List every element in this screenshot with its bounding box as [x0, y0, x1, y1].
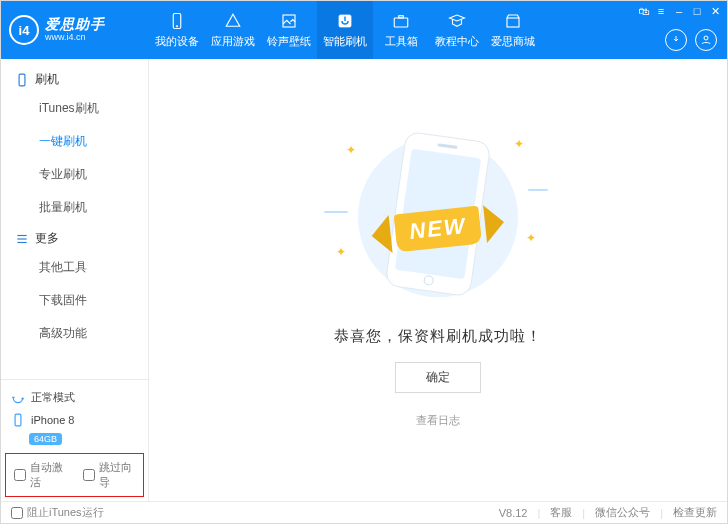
- block-itunes-checkbox[interactable]: [11, 507, 23, 519]
- sidebar-item-download-firmware[interactable]: 下载固件: [1, 284, 148, 317]
- menu-icon[interactable]: ≡: [653, 3, 669, 19]
- svg-rect-8: [19, 74, 25, 86]
- nav-ringtones[interactable]: 铃声壁纸: [261, 1, 317, 59]
- version-label: V8.12: [499, 507, 528, 519]
- flash-icon: [335, 11, 355, 31]
- nav-toolbox[interactable]: 工具箱: [373, 1, 429, 59]
- skip-guide-checkbox[interactable]: 跳过向导: [83, 460, 136, 490]
- success-message: 恭喜您，保资料刷机成功啦！: [334, 327, 542, 346]
- brand-url: www.i4.cn: [45, 33, 105, 43]
- logo-icon: i4: [9, 15, 39, 45]
- device-label: iPhone 8: [31, 414, 74, 426]
- close-button[interactable]: ✕: [707, 3, 723, 19]
- nav-apps[interactable]: 应用游戏: [205, 1, 261, 59]
- sidebar-item-batch-flash[interactable]: 批量刷机: [1, 191, 148, 224]
- sidebar-item-itunes-flash[interactable]: iTunes刷机: [1, 92, 148, 125]
- success-illustration: ✦✦✦✦ NEW: [318, 119, 558, 309]
- brand-title: 爱思助手: [45, 17, 105, 32]
- sidebar-group-flash[interactable]: 刷机: [1, 65, 148, 92]
- nav-label: 应用游戏: [211, 34, 255, 49]
- mall-icon: [503, 11, 523, 31]
- nav-label: 爱思商城: [491, 34, 535, 49]
- svg-rect-2: [283, 15, 295, 27]
- sidebar-group-label: 更多: [35, 230, 59, 247]
- toolbox-icon: [391, 11, 411, 31]
- download-icon[interactable]: [665, 29, 687, 51]
- sidebar-group-more[interactable]: 更多: [1, 224, 148, 251]
- nav-flash[interactable]: 智能刷机: [317, 1, 373, 59]
- auto-activate-input[interactable]: [14, 469, 26, 481]
- svg-rect-6: [507, 18, 519, 27]
- svg-rect-5: [399, 16, 404, 18]
- nav-label: 我的设备: [155, 34, 199, 49]
- sidebar-item-pro-flash[interactable]: 专业刷机: [1, 158, 148, 191]
- sidebar-item-other-tools[interactable]: 其他工具: [1, 251, 148, 284]
- storage-badge: 64GB: [29, 433, 62, 445]
- nav-label: 智能刷机: [323, 34, 367, 49]
- ok-button[interactable]: 确定: [395, 362, 481, 393]
- device-name[interactable]: iPhone 8: [11, 409, 138, 431]
- nav-label: 铃声壁纸: [267, 34, 311, 49]
- mode-label: 正常模式: [31, 390, 75, 405]
- cart-icon[interactable]: 🛍: [635, 3, 651, 19]
- svg-point-7: [704, 36, 708, 40]
- nav-label: 教程中心: [435, 34, 479, 49]
- nav-my-device[interactable]: 我的设备: [149, 1, 205, 59]
- checkbox-label: 跳过向导: [99, 460, 136, 490]
- phone-icon: [167, 11, 187, 31]
- svg-rect-4: [394, 18, 408, 27]
- nav-mall[interactable]: 爱思商城: [485, 1, 541, 59]
- tutorial-icon: [447, 11, 467, 31]
- wechat-link[interactable]: 微信公众号: [595, 505, 650, 520]
- apps-icon: [223, 11, 243, 31]
- block-itunes-label: 阻止iTunes运行: [27, 505, 104, 520]
- svg-rect-12: [15, 414, 21, 426]
- wallpaper-icon: [279, 11, 299, 31]
- user-icon[interactable]: [695, 29, 717, 51]
- checkbox-label: 自动激活: [30, 460, 67, 490]
- options-highlight-box: 自动激活 跳过向导: [5, 453, 144, 497]
- check-update-link[interactable]: 检查更新: [673, 505, 717, 520]
- svg-point-1: [176, 26, 178, 28]
- maximize-button[interactable]: □: [689, 3, 705, 19]
- view-log-link[interactable]: 查看日志: [416, 413, 460, 428]
- app-logo: i4 爱思助手 www.i4.cn: [1, 15, 149, 45]
- minimize-button[interactable]: –: [671, 3, 687, 19]
- sidebar-group-label: 刷机: [35, 71, 59, 88]
- support-link[interactable]: 客服: [550, 505, 572, 520]
- sidebar-item-one-key-flash[interactable]: 一键刷机: [1, 125, 148, 158]
- auto-activate-checkbox[interactable]: 自动激活: [14, 460, 67, 490]
- device-mode[interactable]: 正常模式: [11, 386, 138, 409]
- sidebar-item-advanced[interactable]: 高级功能: [1, 317, 148, 350]
- skip-guide-input[interactable]: [83, 469, 95, 481]
- nav-tutorial[interactable]: 教程中心: [429, 1, 485, 59]
- nav-label: 工具箱: [385, 34, 418, 49]
